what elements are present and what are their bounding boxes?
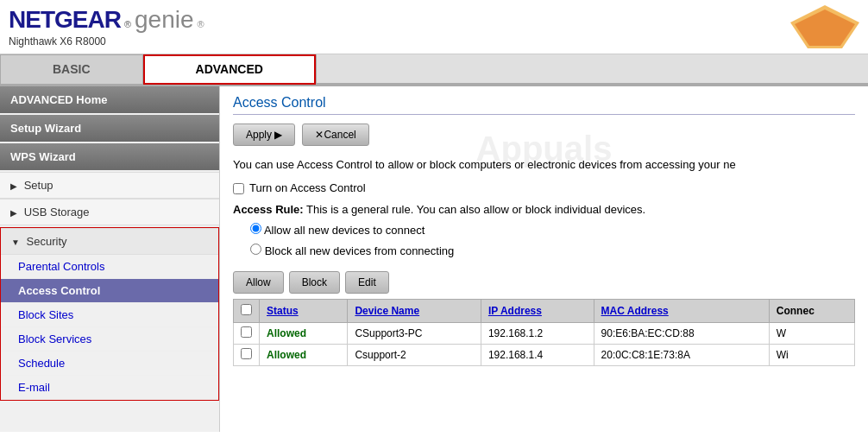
sidebar-usb-label: USB Storage [24, 206, 90, 218]
block-button[interactable]: Block [289, 271, 340, 294]
table-row: Allowed CSupport3-PC 192.168.1.2 90:E6:B… [234, 322, 855, 344]
diamond-logo [790, 5, 859, 48]
radio-group: Allow all new devices to connect Block a… [250, 222, 855, 261]
header: NETGEAR ® genie ® Nighthawk X6 R8000 [0, 0, 868, 54]
tab-bar: BASIC ADVANCED [0, 54, 868, 86]
sidebar-collapsible-setup[interactable]: ▶ Setup [0, 172, 219, 199]
apply-icon: ▶ [274, 129, 282, 141]
turn-on-checkbox[interactable] [233, 183, 244, 194]
access-rule-label: Access Rule: [233, 203, 304, 216]
th-device-name: Device Name [348, 299, 481, 322]
sidebar-item-block-services[interactable]: Block Services [1, 327, 218, 352]
page-title: Access Control [233, 95, 855, 115]
row1-device-name: CSupport3-PC [348, 322, 481, 344]
arrow-icon-usb: ▶ [10, 208, 17, 218]
access-rule-text: Access Rule: This is a general rule. You… [233, 201, 855, 219]
th-device-name-label[interactable]: Device Name [355, 305, 419, 317]
sidebar-item-block-sites[interactable]: Block Sites [1, 303, 218, 327]
sidebar-btn-advanced-home[interactable]: ADVANCED Home [0, 86, 219, 113]
edit-button[interactable]: Edit [345, 271, 389, 294]
content-area: Access Control Appuals Apply ▶ ✕Cancel Y… [220, 86, 868, 432]
row1-cb [234, 322, 260, 344]
row2-mac: 20:0C:C8:1E:73:8A [594, 344, 769, 365]
row2-status-value: Allowed [267, 349, 306, 361]
devices-toolbar: Allow Block Edit [233, 271, 855, 294]
row2-connection: Wi [769, 344, 854, 365]
allow-button[interactable]: Allow [233, 271, 284, 294]
description-box: You can use Access Control to allow or b… [233, 156, 855, 261]
sidebar-item-schedule[interactable]: Schedule [1, 352, 218, 376]
action-bar: Apply ▶ ✕Cancel [233, 124, 855, 146]
row2-checkbox[interactable] [241, 348, 252, 359]
tab-basic[interactable]: BASIC [0, 54, 143, 85]
table-row: Allowed Csupport-2 192.168.1.4 20:0C:C8:… [234, 344, 855, 365]
select-all-checkbox[interactable] [241, 304, 252, 315]
access-rule-desc: This is a general rule. You can also all… [306, 203, 645, 216]
radio-block-all[interactable]: Block all new devices from connecting [250, 243, 855, 261]
table-body: Allowed CSupport3-PC 192.168.1.2 90:E6:B… [234, 322, 855, 365]
th-ip-label[interactable]: IP Address [488, 305, 542, 317]
th-mac-label[interactable]: MAC Address [601, 305, 669, 317]
th-status: Status [260, 299, 348, 322]
radio-allow-all[interactable]: Allow all new devices to connect [250, 222, 855, 240]
th-connection-label: Connec [777, 305, 815, 317]
sidebar-item-email[interactable]: E-mail [1, 376, 218, 400]
row2-status: Allowed [260, 344, 348, 365]
th-ip-address: IP Address [481, 299, 594, 322]
sidebar-collapsible-usb[interactable]: ▶ USB Storage [0, 199, 219, 225]
row1-ip: 192.168.1.2 [481, 322, 594, 344]
apply-button[interactable]: Apply ▶ [233, 124, 295, 146]
sidebar-item-parental-controls[interactable]: Parental Controls [1, 255, 218, 279]
sidebar-collapsible-security[interactable]: ▼ Security [1, 228, 218, 255]
th-mac-address: MAC Address [594, 299, 769, 322]
row1-status-value: Allowed [267, 327, 306, 339]
security-section: ▼ Security Parental Controls Access Cont… [0, 227, 219, 401]
apply-label: Apply [246, 129, 272, 141]
th-checkbox [234, 299, 260, 322]
main-layout: ADVANCED Home Setup Wizard WPS Wizard ▶ … [0, 86, 868, 432]
sidebar-btn-setup-wizard[interactable]: Setup Wizard [0, 115, 219, 142]
row2-ip: 192.168.1.4 [481, 344, 594, 365]
sidebar-item-access-control[interactable]: Access Control [1, 279, 218, 303]
cancel-button[interactable]: ✕Cancel [302, 124, 368, 146]
row1-connection: W [769, 322, 854, 344]
genie-reg: ® [198, 19, 204, 29]
row1-status: Allowed [260, 322, 348, 344]
row2-cb [234, 344, 260, 365]
arrow-icon-security: ▼ [11, 238, 20, 247]
row2-device-name: Csupport-2 [348, 344, 481, 365]
th-status-label[interactable]: Status [267, 305, 299, 317]
arrow-icon: ▶ [10, 181, 17, 191]
table-header-row: Status Device Name IP Address MAC Addres… [234, 299, 855, 322]
netgear-reg: ® [124, 19, 131, 29]
turn-on-label: Turn on Access Control [249, 180, 366, 198]
description-text: You can use Access Control to allow or b… [233, 156, 855, 174]
th-connection: Connec [769, 299, 854, 322]
tab-advanced[interactable]: ADVANCED [143, 54, 316, 85]
sidebar-security-label: Security [27, 235, 67, 248]
sidebar: ADVANCED Home Setup Wizard WPS Wizard ▶ … [0, 86, 220, 432]
netgear-logo: NETGEAR [9, 6, 121, 34]
row1-checkbox[interactable] [241, 326, 252, 338]
turn-on-row: Turn on Access Control [233, 180, 855, 198]
sidebar-btn-wps-wizard[interactable]: WPS Wizard [0, 143, 219, 170]
devices-table: Status Device Name IP Address MAC Addres… [233, 299, 855, 366]
genie-logo: genie [135, 6, 194, 34]
sidebar-setup-label: Setup [24, 179, 53, 192]
row1-mac: 90:E6:BA:EC:CD:88 [594, 322, 769, 344]
logo-area: NETGEAR ® genie ® Nighthawk X6 R8000 [9, 6, 204, 48]
model-name: Nighthawk X6 R8000 [9, 35, 204, 48]
